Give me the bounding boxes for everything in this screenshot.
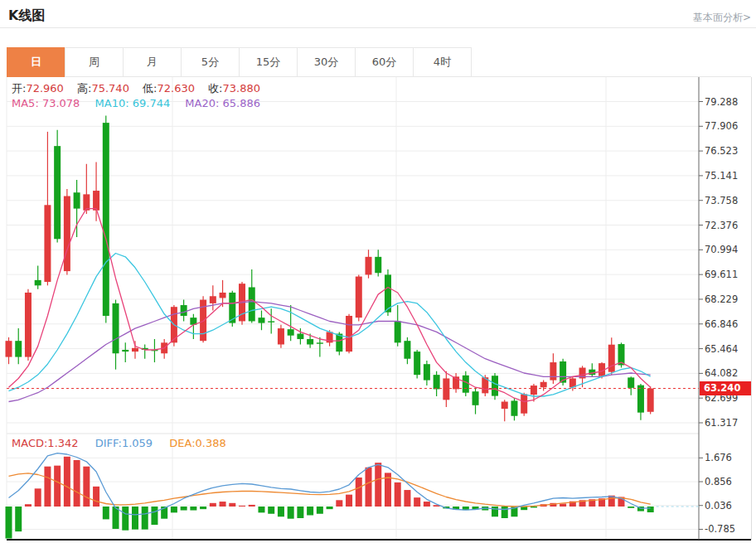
ma10-label: MA10:: [95, 97, 129, 109]
ma20-legend: MA20: 65.886: [185, 97, 260, 109]
ohlc-open-label: 开:: [12, 82, 26, 95]
ma5-legend: MA5: 73.078: [12, 97, 80, 109]
svg-text:75.141: 75.141: [705, 170, 738, 182]
chart-right-border: [751, 77, 752, 540]
svg-text:61.317: 61.317: [705, 417, 738, 429]
ohlc-high-value: 75.740: [91, 82, 129, 95]
svg-text:0.036: 0.036: [705, 500, 732, 511]
svg-text:76.523: 76.523: [705, 145, 738, 157]
dea-value: 0.388: [196, 437, 226, 449]
svg-text:-0.785: -0.785: [705, 523, 735, 535]
ma-row: MA5: 73.078 MA10: 69.744 MA20: 65.886: [12, 97, 272, 109]
ohlc-close-label: 收:: [208, 82, 222, 95]
dea-label: DEA:: [169, 437, 195, 449]
svg-text:64.082: 64.082: [705, 367, 738, 379]
diff-label: DIFF:: [95, 437, 122, 449]
svg-text:65.464: 65.464: [705, 343, 738, 355]
svg-text:77.906: 77.906: [705, 120, 738, 132]
svg-text:73.758: 73.758: [705, 195, 738, 206]
ma20-label: MA20:: [185, 97, 219, 109]
macd-legend: MACD:1.342: [12, 437, 79, 449]
svg-text:70.994: 70.994: [705, 244, 738, 255]
macd-header-row: MACD:1.342 DIFF:1.059 DEA:0.388: [12, 437, 240, 449]
kline-page: K线图 基本面分析> 日周月5分15分30分60分4时 79.28877.906…: [0, 0, 756, 543]
svg-text:69.611: 69.611: [705, 269, 738, 280]
svg-text:68.229: 68.229: [705, 293, 738, 305]
macd-value: 1.342: [47, 437, 78, 449]
diff-legend: DIFF:1.059: [95, 437, 153, 449]
ohlc-row: 开:72.960 高:75.740 低:72.630 收:73.880: [12, 81, 270, 96]
diff-value: 1.059: [122, 437, 153, 449]
svg-text:0.856: 0.856: [705, 476, 732, 487]
svg-text:72.376: 72.376: [705, 220, 738, 231]
svg-text:66.846: 66.846: [705, 318, 738, 330]
svg-text:1.676: 1.676: [705, 452, 732, 463]
ohlc-open-value: 72.960: [26, 82, 64, 95]
ma5-value: 73.078: [42, 97, 80, 109]
ohlc-low-label: 低:: [143, 82, 157, 95]
ma5-label: MA5:: [12, 97, 39, 109]
svg-text:79.288: 79.288: [705, 96, 738, 108]
ma10-legend: MA10: 69.744: [95, 97, 171, 109]
dea-legend: DEA:0.388: [169, 437, 226, 449]
macd-label: MACD:: [12, 437, 47, 449]
ma20-value: 65.886: [223, 97, 261, 109]
ma10-value: 69.744: [133, 97, 171, 109]
ohlc-low-value: 72.630: [157, 82, 195, 95]
ohlc-high-label: 高:: [77, 82, 91, 95]
current-price-badge: 63.240: [700, 381, 751, 395]
ohlc-close-value: 73.880: [222, 82, 260, 95]
